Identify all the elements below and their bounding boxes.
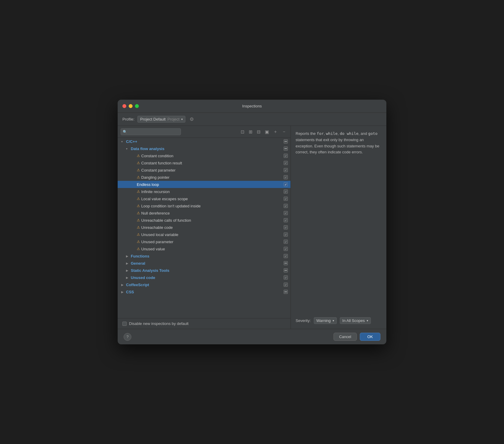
warning-icon: ⚠ [137, 197, 140, 201]
checkbox-null-dereference[interactable]: ✓ [283, 211, 288, 215]
disable-inspections-checkbox[interactable] [122, 322, 127, 326]
tree-item-general[interactable]: ▶ General [118, 260, 291, 267]
remove-button[interactable]: － [281, 128, 288, 135]
item-label-unreachable-code: Unreachable code [141, 225, 283, 230]
checkbox-unused-local-variable[interactable]: ✓ [283, 232, 288, 237]
tree-item-local-value-escapes-scope[interactable]: ⚠ Local value escapes scope ✓ [118, 195, 291, 202]
cancel-button[interactable]: Cancel [334, 333, 357, 341]
checkbox-unreachable-code[interactable]: ✓ [283, 225, 288, 230]
minimize-button[interactable] [129, 104, 133, 108]
add-button[interactable]: ＋ [272, 128, 279, 135]
item-label-unused-value: Unused value [141, 247, 283, 251]
warning-icon: ⚠ [137, 175, 140, 179]
data-flow-label: Data flow analysis [131, 147, 283, 151]
tree-item-unreachable-code[interactable]: ⚠ Unreachable code ✓ [118, 224, 291, 231]
functions-checkbox[interactable]: ✓ [283, 254, 288, 258]
checkbox-endless-loop[interactable]: ✓ [283, 182, 288, 187]
tree-item-constant-condition[interactable]: ⚠ Constant condition ✓ [118, 152, 291, 159]
cpp-checkbox[interactable] [283, 139, 288, 144]
expand-all-button[interactable]: ⊞ [248, 129, 254, 135]
maximize-button[interactable] [135, 104, 139, 108]
coffeescript-checkbox[interactable]: ✓ [283, 282, 288, 287]
static-analysis-label: Static Analysis Tools [131, 268, 283, 273]
tree-item-infinite-recursion[interactable]: ⚠ Infinite recursion ✓ [118, 188, 291, 195]
tree-item-null-dereference[interactable]: ⚠ Null dereference ✓ [118, 209, 291, 217]
item-label-dangling-pointer: Dangling pointer [141, 175, 283, 180]
coffeescript-label: CoffeeScript [126, 283, 283, 287]
checkbox-infinite-recursion[interactable]: ✓ [283, 189, 288, 194]
checkbox-unused-value[interactable]: ✓ [283, 246, 288, 251]
css-label: CSS [126, 290, 283, 294]
ok-button[interactable]: OK [360, 333, 380, 341]
unused-code-checkbox[interactable]: ✓ [283, 275, 288, 280]
gear-button[interactable]: ⚙ [188, 116, 195, 123]
general-label: General [131, 261, 283, 266]
warning-icon: ⚠ [137, 218, 140, 222]
functions-label: Functions [131, 254, 283, 258]
unused-code-label: Unused code [131, 275, 283, 280]
severity-dropdown[interactable]: Warning ▾ [314, 317, 337, 324]
warning-icon: ⚠ [137, 232, 140, 237]
tree-item-constant-function-result[interactable]: ⚠ Constant function result ✓ [118, 159, 291, 166]
filter-button[interactable]: ⊡ [239, 129, 246, 135]
expand-arrow-general: ▶ [126, 262, 131, 265]
css-checkbox[interactable] [283, 289, 288, 294]
help-button[interactable]: ? [124, 333, 131, 341]
checkbox-unused-parameter[interactable]: ✓ [283, 239, 288, 244]
checkbox-constant-parameter[interactable]: ✓ [283, 168, 288, 172]
tree-item-unreachable-calls[interactable]: ⚠ Unreachable calls of function ✓ [118, 217, 291, 224]
tree-item-cpp[interactable]: ▾ C/C++ [118, 138, 291, 145]
code-while: while [326, 131, 338, 136]
tree-item-unused-value[interactable]: ⚠ Unused value ✓ [118, 245, 291, 252]
profile-dropdown[interactable]: Project Default Project ▾ [137, 116, 185, 123]
warning-icon: ⚠ [137, 225, 140, 229]
tree-item-endless-loop[interactable]: Endless loop ✓ [118, 181, 291, 188]
tree-item-dangling-pointer[interactable]: ⚠ Dangling pointer ✓ [118, 174, 291, 181]
tree-item-css[interactable]: ▶ CSS [118, 288, 291, 295]
item-label-constant-parameter: Constant parameter [141, 168, 283, 172]
inspections-dialog: Inspections Profile: Project Default Pro… [118, 100, 386, 344]
scope-chevron-icon: ▾ [367, 319, 368, 322]
item-label-constant-condition: Constant condition [141, 154, 283, 158]
search-wrap: 🔍 [121, 128, 238, 135]
checkbox-constant-condition[interactable]: ✓ [283, 153, 288, 158]
tree-item-loop-condition[interactable]: ⚠ Loop condition isn't updated inside ✓ [118, 202, 291, 209]
traffic-lights [122, 104, 139, 108]
scope-dropdown[interactable]: In All Scopes ▾ [340, 317, 371, 324]
checkbox-dangling-pointer[interactable]: ✓ [283, 175, 288, 180]
close-button[interactable] [122, 104, 126, 108]
tree-item-coffeescript[interactable]: ▶ CoffeeScript ✓ [118, 281, 291, 288]
expand-arrow-unused-code: ▶ [126, 276, 131, 279]
data-flow-checkbox[interactable] [283, 146, 288, 151]
severity-value: Warning [316, 318, 331, 323]
window-title: Inspections [242, 104, 262, 108]
tree-item-static-analysis[interactable]: ▶ Static Analysis Tools [118, 267, 291, 274]
collapse-arrow-cpp: ▾ [121, 140, 126, 143]
expand-arrow-static-analysis: ▶ [126, 269, 131, 272]
cpp-label: C/C++ [126, 139, 283, 144]
checkbox-constant-function-result[interactable]: ✓ [283, 161, 288, 165]
tree-item-data-flow[interactable]: ▾ Data flow analysis [118, 145, 291, 152]
search-input[interactable] [121, 128, 181, 135]
tree-item-unused-parameter[interactable]: ⚠ Unused parameter ✓ [118, 238, 291, 245]
static-analysis-checkbox[interactable] [283, 268, 288, 273]
group-button[interactable]: ▣ [264, 129, 270, 135]
right-panel: Reports the for, while, do while, and go… [291, 126, 386, 329]
warning-icon: ⚠ [137, 161, 140, 165]
general-checkbox[interactable] [283, 261, 288, 266]
tree-item-constant-parameter[interactable]: ⚠ Constant parameter ✓ [118, 166, 291, 174]
item-label-constant-function-result: Constant function result [141, 161, 283, 165]
code-do-while: do while [340, 131, 359, 136]
tree-item-unused-code[interactable]: ▶ Unused code ✓ [118, 274, 291, 281]
warning-icon: ⚠ [137, 204, 140, 208]
disable-inspections-label[interactable]: Disable new inspections by default [122, 321, 188, 326]
severity-chevron-icon: ▾ [333, 319, 334, 322]
tree-item-functions[interactable]: ▶ Functions ✓ [118, 252, 291, 260]
collapse-all-button[interactable]: ⊟ [256, 129, 262, 135]
checkbox-unreachable-calls[interactable]: ✓ [283, 218, 288, 223]
tree-item-unused-local-variable[interactable]: ⚠ Unused local variable ✓ [118, 231, 291, 238]
checkbox-loop-condition[interactable]: ✓ [283, 204, 288, 208]
main-area: 🔍 ⊡ ⊞ ⊟ ▣ ＋ － ▾ C/C++ [118, 126, 386, 329]
checkbox-local-value-escapes-scope[interactable]: ✓ [283, 196, 288, 201]
warning-icon: ⚠ [137, 154, 140, 158]
